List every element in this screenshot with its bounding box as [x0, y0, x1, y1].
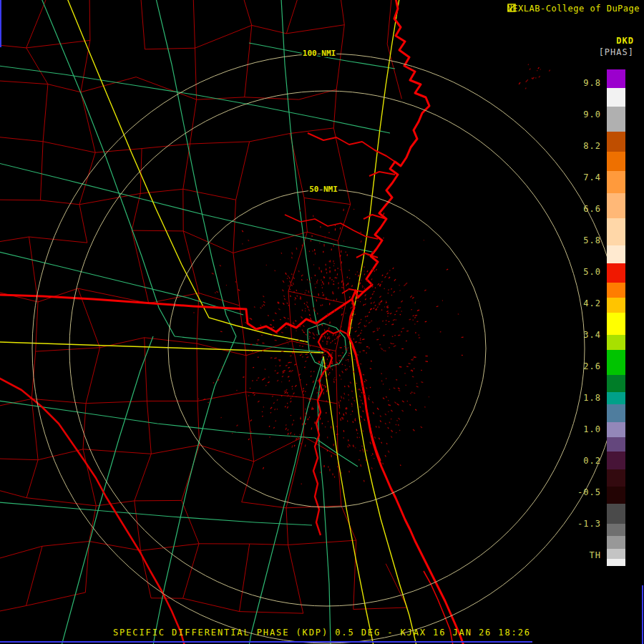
radar-echo: [406, 366, 409, 367]
radar-echo: [226, 285, 227, 286]
radar-echo: [275, 340, 277, 341]
radar-echo: [365, 379, 367, 381]
radar-echo: [212, 273, 214, 275]
radar-echo: [352, 406, 353, 406]
radar-echo: [306, 414, 306, 416]
radar-echo: [375, 305, 376, 306]
radar-echo: [287, 303, 288, 304]
radar-echo: [253, 367, 254, 368]
radar-echo: [374, 458, 375, 459]
radar-echo: [358, 433, 358, 434]
radar-echo: [413, 429, 414, 431]
water-boundary-layer: [0, 0, 464, 644]
radar-echo: [275, 270, 275, 271]
radar-echo: [263, 305, 265, 306]
radar-echo: [360, 283, 361, 285]
radar-echo: [307, 279, 308, 280]
road-green: [0, 163, 372, 252]
radar-echo: [291, 436, 291, 436]
inlet: [342, 289, 364, 293]
radar-echo: [293, 420, 294, 421]
radar-echo: [277, 409, 278, 409]
radar-echo: [388, 411, 389, 412]
radar-echo: [316, 299, 317, 301]
radar-echo: [290, 356, 292, 356]
radar-echo: [348, 359, 349, 360]
radar-echo: [358, 323, 359, 325]
radar-echo: [306, 290, 307, 291]
radar-echo: [306, 354, 308, 355]
radar-echo: [308, 291, 309, 293]
range-ring-label: 50 NMI: [309, 185, 338, 194]
radar-echo: [350, 382, 351, 384]
road-green: [42, 0, 175, 336]
colorbar-tick: 1.8: [568, 393, 601, 403]
radar-echo: [363, 374, 364, 375]
radar-echo: [331, 331, 331, 333]
radar-echo: [232, 433, 233, 434]
radar-echo: [262, 411, 263, 412]
radar-echo: [399, 390, 400, 391]
radar-echo: [286, 428, 287, 430]
radar-echo: [293, 284, 294, 286]
radar-echo: [425, 321, 427, 322]
radar-echo: [347, 277, 348, 278]
radar-echo: [334, 381, 335, 383]
radar-echo: [288, 286, 289, 286]
radar-echo: [383, 384, 384, 385]
radar-echo: [358, 327, 359, 328]
radar-echo: [329, 338, 330, 339]
radar-echo: [302, 357, 303, 358]
radar-echo: [284, 296, 285, 296]
radar-echo: [367, 316, 369, 316]
radar-echo: [270, 407, 272, 409]
radar-echo: [372, 286, 373, 288]
radar-echo: [352, 391, 353, 392]
radar-echo: [378, 283, 379, 286]
radar-echo: [399, 285, 400, 286]
radar-echo: [318, 293, 319, 296]
radar-echo: [300, 355, 301, 356]
radar-echo: [385, 455, 386, 457]
radar-echo: [358, 275, 359, 277]
radar-echo: [218, 380, 220, 381]
radar-echo: [318, 313, 318, 315]
radar-echo: [290, 362, 291, 363]
river: [0, 378, 185, 644]
radar-echo: [309, 331, 311, 333]
radar-echo: [338, 401, 339, 404]
radar-echo: [391, 436, 392, 438]
radar-echo: [409, 364, 411, 364]
radar-echo: [379, 296, 381, 298]
colorbar-tick: -0.5: [568, 487, 601, 497]
radar-echo: [291, 398, 291, 399]
radar-echo: [371, 303, 372, 304]
radar-echo: [286, 424, 286, 425]
radar-echo: [343, 314, 343, 315]
radar-echo: [362, 286, 363, 286]
radar-echo: [290, 289, 291, 291]
radar-echo: [365, 303, 366, 305]
radar-echo: [399, 366, 401, 367]
radar-echo: [295, 385, 296, 386]
radar-echo: [361, 240, 361, 243]
radar-echo: [391, 288, 391, 289]
radar-echo: [334, 339, 335, 341]
radar-echo: [303, 388, 304, 389]
radar-echo: [283, 372, 285, 374]
radar-echo: [407, 401, 408, 401]
radar-echo: [365, 294, 366, 296]
radar-echo: [275, 421, 276, 421]
radar-echo: [310, 280, 311, 283]
radar-echo: [364, 326, 365, 326]
radar-echo: [339, 361, 340, 361]
road-green: [62, 336, 153, 644]
radar-echo: [346, 313, 346, 313]
radar-echo: [381, 310, 382, 311]
radar-echo: [288, 429, 288, 431]
radar-echo: [348, 394, 349, 396]
radar-echo: [424, 240, 424, 240]
radar-echo: [289, 381, 290, 381]
radar-echo: [370, 442, 371, 444]
radar-echo: [366, 450, 367, 452]
